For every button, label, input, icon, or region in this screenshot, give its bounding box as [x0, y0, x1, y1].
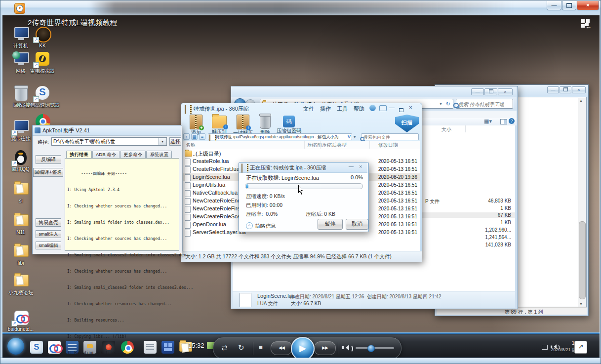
file-row[interactable]: 1 KB — [425, 220, 515, 225]
previous-button[interactable]: ◀◀ — [271, 341, 292, 355]
taskbar-baidu-netdisk-icon[interactable] — [48, 341, 61, 354]
next-button[interactable]: ▶▶ — [314, 341, 336, 355]
choose-file-button[interactable]: 选择文 — [169, 137, 181, 146]
desktop-icon-ld-emulator[interactable]: ↗ 雷电模拟器 — [24, 51, 61, 74]
dialog-close-button[interactable]: × — [359, 163, 362, 169]
explorer-maximize-button[interactable] — [484, 88, 497, 95]
grid-view-icon[interactable]: ▦ — [191, 133, 198, 140]
switch-to-library-icon[interactable]: ← — [581, 19, 593, 29]
file-row[interactable]: 1,202,960... — [425, 227, 515, 233]
notepad-close-button[interactable]: × — [572, 86, 586, 93]
scroll-down-icon[interactable]: ▼ — [579, 302, 583, 306]
file-row-selected[interactable]: 67 KB — [420, 212, 515, 218]
shell-check-button[interactable]: 简易查壳 — [36, 218, 61, 227]
zip-close-button[interactable]: × — [409, 104, 412, 111]
up-level-icon[interactable]: ↑ — [183, 133, 190, 140]
volume-slider-handle[interactable] — [367, 345, 375, 352]
list-view-icon[interactable]: ≡ — [199, 133, 205, 140]
apktool-titlebar[interactable]: ApkTool 助手 V2.41 — [33, 125, 181, 136]
smali-inject-button[interactable]: smali注入 — [36, 230, 61, 238]
combo-dropdown-icon[interactable]: ▾ — [159, 138, 166, 145]
pause-button[interactable]: 暂停 — [318, 219, 343, 230]
help-icon[interactable]: ? — [509, 118, 515, 124]
player-minimize-button[interactable]: — — [547, 1, 561, 10]
zip-address-bar[interactable]: 特戒传世.ipa\Payload\cqsj-mobile.app\kuniu\s… — [208, 133, 352, 140]
zip-column-headers[interactable]: 名称 压缩前 压缩后 类型 修改日期 — [183, 141, 420, 149]
zip-menu-help[interactable]: 帮助 — [354, 105, 364, 113]
play-button[interactable]: ▶ — [291, 337, 315, 358]
explorer-search-box[interactable] — [456, 99, 513, 109]
explorer-titlebar[interactable]: — × — [231, 86, 517, 97]
stop-button[interactable]: ■ — [259, 343, 263, 351]
selected-file-name: LoginScene.lua — [257, 293, 295, 299]
file-row[interactable]: 1 KB — [425, 205, 515, 211]
zip-menu-tools[interactable]: 工具 — [337, 105, 348, 113]
size-column-header[interactable]: 大小 — [441, 126, 451, 133]
notepad-maximize-button[interactable] — [560, 86, 571, 93]
build-log-output[interactable]: -----回编译 开始----- I: Using Apktool 2.3.4 … — [65, 158, 179, 251]
feedback-icon[interactable] — [379, 105, 387, 111]
column-modified[interactable]: 修改日期 — [378, 142, 398, 149]
address-v-icon[interactable]: V — [348, 134, 351, 139]
search-input[interactable] — [457, 100, 505, 108]
path-combobox[interactable]: ▾ — [51, 137, 167, 146]
preview-pane-icon[interactable] — [500, 119, 507, 124]
zip-search-box[interactable] — [361, 133, 419, 140]
address-dropdown-icon[interactable]: ▾ — [440, 101, 442, 106]
player-titlebar[interactable]: — × — [0, 0, 601, 16]
file-row[interactable]: 1,241,564... — [425, 235, 515, 240]
desktop-icon-baidu-netdisk[interactable]: ↗ baidunetd... — [2, 310, 39, 332]
volume-slider[interactable] — [356, 347, 394, 349]
tab-result[interactable]: 执行结果 — [66, 151, 92, 159]
skin-icon[interactable] — [369, 105, 376, 111]
shuffle-icon[interactable]: ⇄ — [221, 343, 228, 352]
start-button[interactable] — [7, 338, 24, 355]
explorer-close-button[interactable]: × — [498, 88, 513, 95]
zip-titlebar[interactable]: 特戒传世.ipa - 360压缩 文件 操作 工具 帮助 — × — [181, 103, 422, 114]
player-maximize-button[interactable] — [562, 1, 576, 10]
fullscreen-button[interactable]: ↗ — [574, 341, 587, 354]
scroll-up-icon[interactable]: ▲ — [579, 99, 583, 102]
refresh-icon[interactable]: ↻ — [446, 101, 450, 107]
search-icon — [453, 103, 459, 108]
notepad-scrollbar[interactable]: ▲ ▼ — [578, 98, 586, 307]
desktop-icon-kk[interactable]: ↗ KK — [24, 26, 61, 48]
path-input[interactable] — [52, 138, 160, 145]
archive-password-button[interactable]: 码压缩包密码 — [275, 115, 303, 134]
address-dropdown-icon[interactable]: ▾ — [354, 134, 356, 139]
brief-info-toggle[interactable]: ^ 简略信息 — [246, 221, 276, 230]
scan-button[interactable]: 扫描 — [395, 115, 419, 132]
zip-maximize-button[interactable] — [399, 105, 403, 114]
cancel-button[interactable]: 取消 — [346, 219, 368, 230]
video-surface[interactable]: 2传奇世界特戒L端视频教程 ← 计算机 ↗ KK 网络 ↗ 雷电模拟器 回收站 … — [2, 15, 600, 358]
repeat-icon[interactable]: ↻ — [238, 343, 244, 352]
notepad-scrollbar-thumb[interactable] — [579, 221, 586, 299]
smali-edit-button[interactable]: smali编辑 — [36, 242, 61, 249]
notepad-minimize-button[interactable]: — — [547, 86, 559, 93]
taskbar-sogou-icon[interactable]: S — [30, 341, 43, 354]
list-item-parent-dir[interactable]: ..(上级目录) — [183, 150, 420, 158]
column-name[interactable]: 名称 — [186, 142, 196, 149]
decompile-button[interactable]: 反编译 — [36, 155, 61, 164]
tab-settings[interactable]: 系统设置 — [146, 151, 172, 159]
zip-search-input[interactable] — [362, 134, 412, 140]
extract-to-button[interactable]: ↑解压到 — [210, 115, 229, 135]
compress-progress-dialog: 正在压缩: 特戒传世.ipa - 360压缩 — × 正在读取数据: Login… — [239, 162, 369, 232]
views-button[interactable]: ▦▾ — [484, 118, 492, 124]
tab-more[interactable]: 更多命令 — [120, 151, 146, 159]
column-type[interactable]: 类型 — [337, 142, 347, 149]
recompile-sign-button[interactable]: 回编译+签名 — [33, 168, 63, 177]
desktop-icon-folder-forum[interactable]: 小九楼论坛 — [2, 273, 39, 295]
dialog-minimize-button[interactable]: — — [349, 163, 354, 169]
zip-menu-file[interactable]: 文件 — [303, 105, 314, 113]
tab-adb[interactable]: ADB 命令 — [92, 151, 120, 159]
explorer-minimize-button[interactable]: — — [471, 88, 484, 95]
folder-icon — [12, 213, 29, 229]
file-row[interactable]: P 文件46,803 KB — [425, 198, 515, 205]
desktop-icon-sogou-browser[interactable]: ↗ 搜狗高速浏览器 — [24, 85, 61, 108]
file-row[interactable]: 141,028 KB — [425, 242, 515, 247]
zip-menu-action[interactable]: 操作 — [320, 105, 331, 113]
zip-minimize-button[interactable]: — — [389, 104, 395, 110]
player-close-button[interactable]: × — [577, 1, 599, 10]
dialog-titlebar[interactable]: 正在压缩: 特戒传世.ipa - 360压缩 — × — [239, 162, 367, 173]
